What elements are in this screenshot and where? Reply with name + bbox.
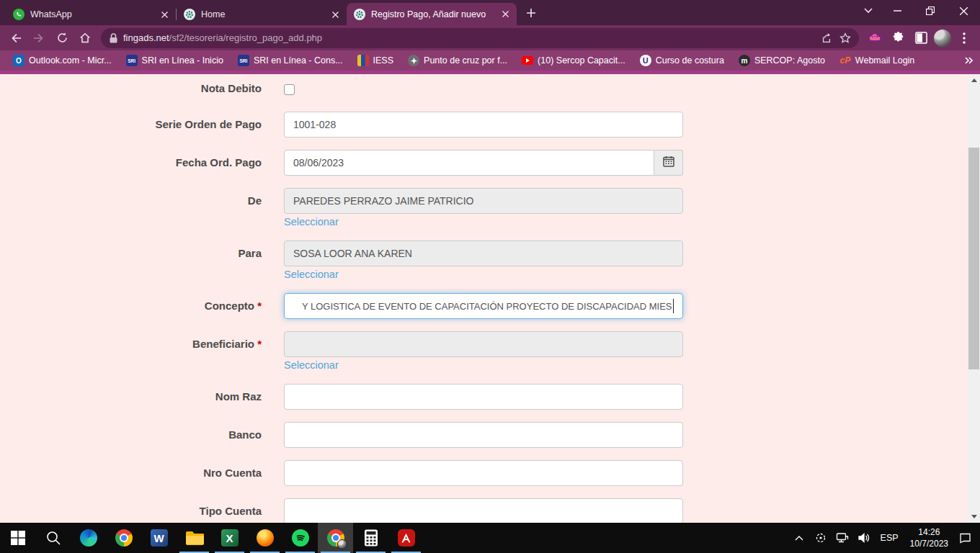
form-row: Nota Debito <box>0 78 980 99</box>
text-input[interactable]: SOSA LOOR ANA KAREN <box>284 240 683 266</box>
tab-close-icon[interactable] <box>329 9 341 20</box>
browser-tab[interactable]: Home <box>177 4 347 25</box>
page-scrollbar[interactable] <box>968 74 980 523</box>
tab-close-icon[interactable] <box>499 9 511 20</box>
field-label: Nro Cuenta <box>0 460 262 486</box>
text-input[interactable] <box>284 331 683 357</box>
whatsapp-favicon <box>13 9 24 20</box>
required-asterisk: * <box>257 338 262 350</box>
bookmarks-list: OOutlook.com - Micr...SRISRI en Línea - … <box>7 53 920 68</box>
scrollbar-thumb[interactable] <box>968 148 979 369</box>
scrollbar-up-icon[interactable] <box>968 74 980 86</box>
field-label: Nota Debito <box>0 78 262 99</box>
field-label: Fecha Ord. Pago <box>0 150 262 176</box>
home-icon[interactable] <box>75 28 95 48</box>
browser-tab[interactable]: WhatsApp <box>6 4 176 25</box>
taskbar-chrome-profile-icon[interactable] <box>318 523 353 553</box>
seleccionar-link[interactable]: Seleccionar <box>284 359 339 371</box>
text-input[interactable]: Y LOGISTICA DE EVENTO DE CAPACITACIÓN PR… <box>284 293 683 319</box>
taskbar-excel-icon[interactable]: X <box>212 523 247 553</box>
new-tab-button[interactable] <box>521 3 541 23</box>
tab-title: WhatsApp <box>30 9 153 19</box>
bookmark-item[interactable]: mSERCOP: Agosto <box>733 53 831 68</box>
bookmark-item[interactable]: Punto de cruz por f... <box>402 53 513 68</box>
system-tray: ESP 14:26 10/7/2023 <box>788 523 980 553</box>
field-label: Beneficiario * <box>0 331 262 372</box>
bookmark-star-icon[interactable] <box>836 29 855 48</box>
form-row: Fecha Ord. Pago08/06/2023 <box>0 150 980 176</box>
field-label: Serie Orden de Pago <box>0 112 262 138</box>
taskbar-search-icon[interactable] <box>35 523 71 553</box>
youtube-favicon <box>522 55 533 66</box>
clock[interactable]: 14:26 10/7/2023 <box>904 526 954 549</box>
nota-debito-checkbox[interactable] <box>284 84 295 95</box>
bookmark-item[interactable]: (10) Sercop Capacit... <box>516 53 631 68</box>
taskbar-explorer-icon[interactable] <box>177 523 212 553</box>
tab-strip: WhatsAppHomeRegistro Pago, Añadir nuevo <box>0 0 517 25</box>
taskbar-word-icon[interactable]: W <box>141 523 177 553</box>
tab-title: Registro Pago, Añadir nuevo <box>371 9 494 19</box>
form-row: Nom Raz <box>0 384 980 410</box>
iess-favicon <box>357 55 369 66</box>
tab-search-icon[interactable] <box>856 0 881 22</box>
tray-chevron-up-icon[interactable] <box>788 523 810 553</box>
bookmark-label: SRI en Línea - Inicio <box>142 55 223 66</box>
minimize-button[interactable] <box>881 0 914 22</box>
network-icon[interactable] <box>832 523 853 553</box>
form-row: Nro Cuenta <box>0 460 980 486</box>
taskbar-firefox-icon[interactable] <box>247 523 282 553</box>
language-indicator[interactable]: ESP <box>875 533 904 543</box>
taskbar-start-icon[interactable] <box>0 523 35 553</box>
text-input[interactable] <box>284 498 683 523</box>
bookmark-item[interactable]: SRISRI en Línea - Inicio <box>120 53 229 68</box>
side-panel-icon[interactable] <box>911 28 931 48</box>
profile-avatar[interactable] <box>934 30 951 47</box>
bookmark-item[interactable]: IESS <box>352 53 400 68</box>
browser-tab[interactable]: Registro Pago, Añadir nuevo <box>347 3 517 25</box>
forward-icon[interactable] <box>29 28 49 48</box>
scrollbar-down-icon[interactable] <box>968 511 980 523</box>
taskbar-spotify-icon[interactable] <box>282 523 318 553</box>
field-label: Para <box>0 240 262 281</box>
bookmark-item[interactable]: SRISRI en Línea - Cons... <box>232 53 349 68</box>
window-controls <box>856 0 980 22</box>
field-label: Banco <box>0 422 262 448</box>
address-bar[interactable]: fingads.net/sf2/tesoreria/registro_pago_… <box>101 28 859 48</box>
tray-app-icon[interactable] <box>810 523 832 553</box>
back-icon[interactable] <box>6 28 26 48</box>
browser-menu-icon[interactable] <box>954 28 974 48</box>
field-label: Nom Raz <box>0 384 262 410</box>
taskbar-edge-icon[interactable] <box>71 523 106 553</box>
text-input[interactable]: 1001-028 <box>284 112 683 138</box>
text-input[interactable] <box>284 422 683 448</box>
notification-center-icon[interactable] <box>954 523 976 553</box>
tab-close-icon[interactable] <box>159 9 170 20</box>
url-text: fingads.net/sf2/tesoreria/registro_pago_… <box>123 32 817 43</box>
sri-favicon: SRI <box>238 55 249 66</box>
taskbar-acrobat-icon[interactable] <box>388 523 424 553</box>
text-input[interactable] <box>284 460 683 486</box>
volume-icon[interactable] <box>853 523 875 553</box>
bookmark-item[interactable]: OOutlook.com - Micr... <box>7 53 117 68</box>
field-label: De <box>0 188 262 228</box>
share-icon[interactable] <box>817 29 836 48</box>
taskbar-chrome-icon[interactable] <box>106 523 141 553</box>
extensions-puzzle-icon[interactable] <box>888 28 908 48</box>
bookmarks-overflow-icon[interactable] <box>964 57 973 64</box>
form-row: ParaSOSA LOOR ANA KARENSeleccionar <box>0 240 980 281</box>
calendar-button[interactable] <box>654 150 683 176</box>
taskbar-calculator-icon[interactable] <box>353 523 388 553</box>
text-input[interactable]: 08/06/2023 <box>284 150 654 176</box>
seleccionar-link[interactable]: Seleccionar <box>284 269 339 280</box>
seleccionar-link[interactable]: Seleccionar <box>284 216 339 228</box>
bookmark-item[interactable]: cPWebmail Login <box>834 53 920 68</box>
extension-pin-icon[interactable] <box>865 28 885 48</box>
bookmark-item[interactable]: UCurso de costura <box>634 53 730 68</box>
text-input[interactable] <box>284 384 683 410</box>
close-window-button[interactable] <box>947 0 980 22</box>
fingads-favicon <box>354 9 365 20</box>
reload-icon[interactable] <box>52 28 72 48</box>
restore-button[interactable] <box>914 0 947 22</box>
text-input[interactable]: PAREDES PERRAZO JAIME PATRICIO <box>284 188 683 214</box>
page-content: Nota DebitoSerie Orden de Pago1001-028Fe… <box>0 71 980 523</box>
